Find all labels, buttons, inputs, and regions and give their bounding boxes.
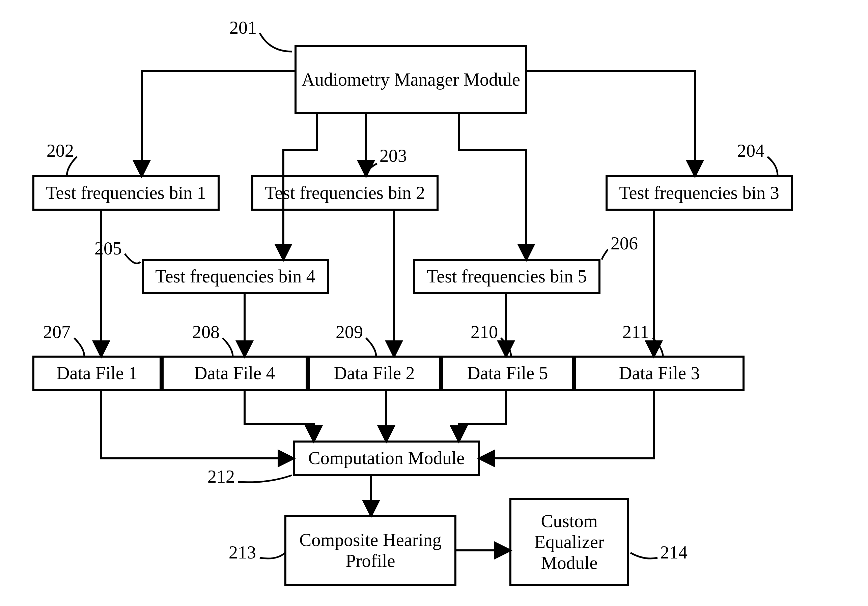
ref-209: 209 xyxy=(336,323,363,341)
box-data-file-2: Data File 2 xyxy=(308,356,441,391)
box-label: Data File 2 xyxy=(334,363,415,383)
ref-213: 213 xyxy=(229,543,256,561)
box-label: Computation Module xyxy=(308,448,465,468)
ref-210: 210 xyxy=(471,323,498,341)
box-custom-equalizer-module: Custom Equalizer Module xyxy=(509,498,629,586)
box-label: Data File 1 xyxy=(57,363,138,383)
ref-201: 201 xyxy=(229,19,257,37)
ref-202: 202 xyxy=(46,142,74,160)
box-test-bin-3: Test frequencies bin 3 xyxy=(606,175,793,211)
ref-204: 204 xyxy=(737,142,764,160)
ref-208: 208 xyxy=(192,323,220,341)
box-label: Data File 3 xyxy=(619,363,700,383)
ref-211: 211 xyxy=(622,323,649,341)
diagram-canvas: Audiometry Manager Module Test frequenci… xyxy=(0,0,868,606)
ref-206: 206 xyxy=(611,234,638,252)
box-label: Test frequencies bin 4 xyxy=(155,266,315,287)
box-computation-module: Computation Module xyxy=(293,441,480,476)
box-label: Data File 4 xyxy=(194,363,275,383)
box-data-file-1: Data File 1 xyxy=(33,356,161,391)
box-data-file-3: Data File 3 xyxy=(574,356,744,391)
box-label: Data File 5 xyxy=(467,363,548,383)
box-test-bin-2: Test frequencies bin 2 xyxy=(251,175,439,211)
ref-205: 205 xyxy=(95,239,122,258)
box-data-file-4: Data File 4 xyxy=(161,356,308,391)
box-test-bin-1: Test frequencies bin 1 xyxy=(33,175,220,211)
box-composite-hearing-profile: Composite Hearing Profile xyxy=(284,515,456,586)
box-test-bin-4: Test frequencies bin 4 xyxy=(142,259,329,294)
box-label: Composite Hearing Profile xyxy=(287,529,454,571)
ref-207: 207 xyxy=(43,323,70,341)
box-audiometry-manager: Audiometry Manager Module xyxy=(294,45,527,114)
ref-203: 203 xyxy=(380,147,407,165)
ref-212: 212 xyxy=(208,467,235,486)
box-label: Custom Equalizer Module xyxy=(512,511,627,573)
ref-214: 214 xyxy=(660,543,688,561)
box-data-file-5: Data File 5 xyxy=(441,356,574,391)
box-label: Test frequencies bin 3 xyxy=(619,182,779,203)
box-label: Audiometry Manager Module xyxy=(302,69,520,90)
box-label: Test frequencies bin 2 xyxy=(265,182,425,203)
box-test-bin-5: Test frequencies bin 5 xyxy=(413,259,600,294)
box-label: Test frequencies bin 5 xyxy=(427,266,587,287)
box-label: Test frequencies bin 1 xyxy=(46,182,206,203)
